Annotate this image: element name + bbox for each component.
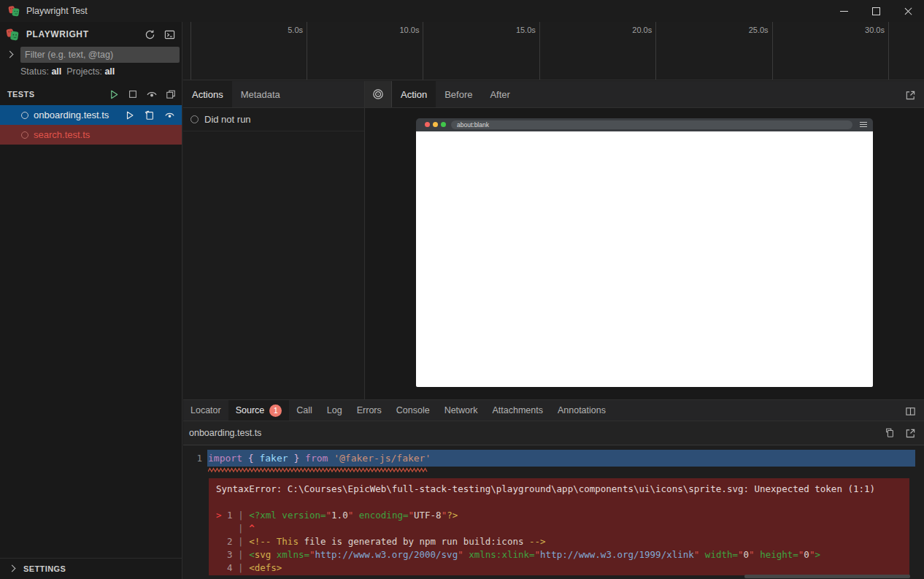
actions-panel: Actions Metadata Did not run <box>183 81 365 399</box>
details-tab-strip: Locator Source 1 Call Log Errors Console… <box>183 400 924 421</box>
filter-input[interactable] <box>20 47 180 63</box>
snapshot-tab-strip: Action Before After <box>365 81 924 108</box>
tab-attachments[interactable]: Attachments <box>485 400 550 421</box>
collapse-all-icon[interactable] <box>164 88 177 101</box>
watch-all-icon[interactable] <box>145 88 158 101</box>
settings-section-header[interactable]: SETTINGS <box>0 558 182 578</box>
code-token: " <box>738 549 744 560</box>
tab-annotations[interactable]: Annotations <box>550 400 613 421</box>
stop-icon[interactable] <box>126 88 139 101</box>
code-token: from <box>305 453 328 464</box>
address-url: about:blank <box>457 121 489 129</box>
tab-log[interactable]: Log <box>320 400 350 421</box>
tab-action[interactable]: Action <box>392 81 436 107</box>
code-token: height= <box>755 549 798 560</box>
tab-label: Console <box>396 405 430 415</box>
code-token: 0 <box>804 549 809 560</box>
traffic-light-minimize-icon <box>433 122 438 127</box>
timeline-gridline <box>190 22 191 80</box>
test-status-circle-icon <box>21 112 28 119</box>
minimize-button[interactable] <box>828 0 860 22</box>
code-token: file is generated by npm run build:icons <box>299 536 529 547</box>
code-token: http://www.w3.org/1999/xlink <box>540 549 694 560</box>
sidebar-header: PLAYWRIGHT <box>0 25 182 44</box>
projects-value[interactable]: all <box>104 66 115 77</box>
chevron-right-icon[interactable] <box>7 51 14 58</box>
watch-icon[interactable] <box>163 109 176 122</box>
timeline[interactable]: 5.0s10.0s15.0s20.0s25.0s30.0s <box>183 22 924 80</box>
snapshot-panel: Action Before After about:blank <box>365 81 924 399</box>
code-token: | <box>238 536 249 547</box>
code-token: 4 <box>216 562 238 573</box>
code-token: faker <box>259 453 288 464</box>
code-token: > <box>815 549 820 560</box>
test-status-circle-icon <box>21 131 28 139</box>
open-external-icon[interactable] <box>904 426 917 440</box>
status-label[interactable]: Status: <box>20 66 49 77</box>
error-count-badge: 1 <box>269 404 282 417</box>
test-item-search[interactable]: search.test.ts <box>0 125 182 145</box>
projects-label[interactable]: Projects: <box>66 66 102 77</box>
tab-console[interactable]: Console <box>389 400 437 421</box>
tab-network[interactable]: Network <box>437 400 485 421</box>
timeline-tick-label: 15.0s <box>492 26 536 34</box>
test-item-label: search.test.ts <box>34 129 90 140</box>
source-code-view[interactable]: 1 import { faker } from '@faker-js/faker… <box>183 445 924 579</box>
details-panel: Locator Source 1 Call Log Errors Console… <box>183 399 924 579</box>
line-number: 1 <box>183 450 202 467</box>
tests-section-title: TESTS <box>7 90 34 99</box>
pick-locator-button[interactable] <box>365 81 392 107</box>
tab-after[interactable]: After <box>481 81 518 107</box>
tab-metadata[interactable]: Metadata <box>232 81 289 107</box>
source-file-icon[interactable] <box>143 109 156 122</box>
timeline-tick-label: 30.0s <box>841 26 885 34</box>
code-token: | <box>238 562 249 573</box>
run-all-icon[interactable] <box>107 88 120 101</box>
error-block: SyntaxError: C:\Courses\EpicWeb\full-sta… <box>209 478 909 575</box>
tab-label: Source <box>236 405 265 415</box>
browser-snapshot: about:blank <box>416 118 873 387</box>
code-token: 0 <box>744 549 750 560</box>
horizontal-scrollbar-thumb[interactable] <box>744 575 910 578</box>
code-token <box>216 523 238 534</box>
tab-label: Attachments <box>492 405 542 415</box>
tab-locator[interactable]: Locator <box>183 400 228 421</box>
close-button[interactable] <box>892 0 924 22</box>
timeline-tick-label: 5.0s <box>259 26 303 34</box>
tab-label: Actions <box>192 89 223 100</box>
code-token: | <box>238 523 249 534</box>
timeline-gridline <box>772 22 773 80</box>
code-frame-line: 3 | <svg xmlns="http://www.w3.org/2000/s… <box>216 548 902 561</box>
source-file-header: onboarding.test.ts <box>183 421 924 445</box>
tab-label: Call <box>296 405 312 415</box>
timeline-tick-label: 20.0s <box>608 26 652 34</box>
tab-actions[interactable]: Actions <box>183 81 232 107</box>
refresh-icon[interactable] <box>143 28 156 41</box>
maximize-button[interactable] <box>860 0 892 22</box>
tab-label: Log <box>327 405 342 415</box>
tab-before[interactable]: Before <box>436 81 481 107</box>
split-view-icon[interactable] <box>904 404 917 418</box>
code-line: import { faker } from '@faker-js/faker' <box>208 450 431 467</box>
tab-errors[interactable]: Errors <box>350 400 389 421</box>
status-value[interactable]: all <box>51 66 61 77</box>
test-item-onboarding[interactable]: onboarding.test.ts <box>0 105 182 125</box>
code-token: 1 <box>227 510 238 521</box>
tab-source[interactable]: Source 1 <box>228 400 290 421</box>
tab-call[interactable]: Call <box>289 400 320 421</box>
code-token: " <box>408 510 414 521</box>
open-snapshot-popout-icon[interactable] <box>904 88 917 101</box>
playwright-masks-icon <box>6 28 19 41</box>
terminal-icon[interactable] <box>163 28 176 41</box>
run-icon[interactable] <box>123 109 136 122</box>
address-bar: about:blank <box>451 120 852 129</box>
did-not-run-row: Did not run <box>183 108 364 131</box>
code-frame-caret-line: | ^ <box>216 522 902 535</box>
copy-icon[interactable] <box>883 426 896 440</box>
traffic-light-maximize-icon <box>441 122 446 127</box>
code-token: " <box>749 549 755 560</box>
browser-chrome: about:blank <box>416 118 873 131</box>
minimize-icon <box>840 11 848 12</box>
tab-label: Errors <box>357 405 382 415</box>
code-token: " <box>535 549 541 560</box>
